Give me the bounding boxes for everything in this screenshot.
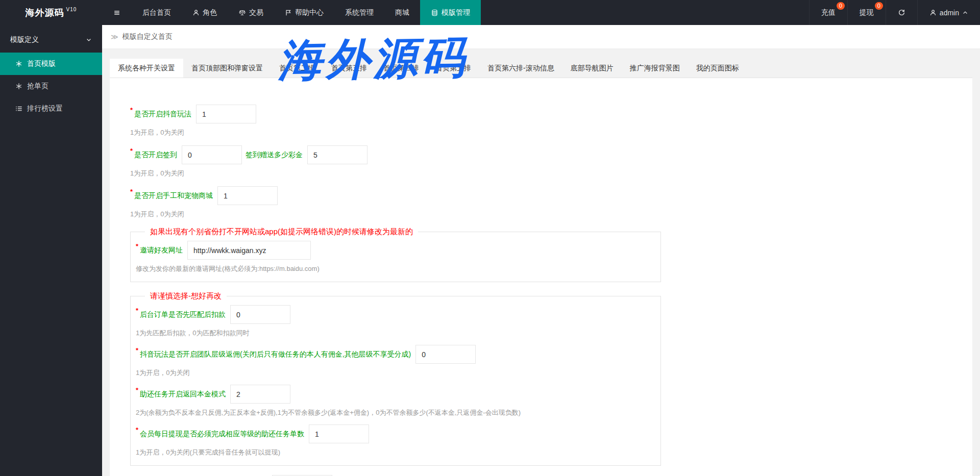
settings-form: * 是否开启抖音玩法 1为开启，0为关闭 * 是否开启签到 签到赠送多少彩金: [110, 78, 972, 476]
field-principal-mode: * 助还任务开启返回本金模式 2为(余额为负不反本金只反佣,为正反本金+反佣),…: [136, 385, 655, 417]
user-icon: [192, 9, 200, 16]
withdraw-task-input[interactable]: [309, 424, 369, 443]
required-marker: *: [136, 242, 138, 250]
tab-home-row3[interactable]: 首页第三排: [323, 59, 375, 78]
withdraw-badge: 0: [875, 2, 883, 10]
field-match-deduct: * 后台订单是否先匹配后扣款 1为先匹配后扣款，0为匹配和扣款同时: [136, 305, 655, 338]
field-hint: 1为开启，0为关闭(只要完成抖音任务就可以提现): [136, 448, 655, 457]
field-hint: 1为开启，0为关闭: [130, 169, 972, 178]
mall-switch-input[interactable]: [217, 186, 278, 205]
fieldset-legend: 如果出现有个别省份打不开网站或app(如提示网络错误)的时候请修改为最新的: [145, 227, 418, 237]
user-menu[interactable]: admin: [917, 0, 980, 25]
asterisk-icon: [15, 83, 22, 90]
field-withdraw-task: * 会员每日提现是否必须完成相应等级的助还任务单数 1为开启，0为关闭(只要完成…: [136, 424, 655, 457]
tab-bar: 系统各种开关设置 首页顶部图和弹窗设置 首页第二排 首页第三排 首页第四排 首页…: [110, 59, 972, 78]
nav-item-help-center[interactable]: 帮助中心: [274, 0, 334, 25]
field-invite-url: * 邀请好友网址 修改为发你的最新的邀请网址(格式必须为:https://m.b…: [136, 241, 655, 273]
required-marker: *: [136, 386, 138, 394]
tab-home-row4[interactable]: 首页第四排: [375, 59, 427, 78]
header-right-group: 充值 0 提现 0 admin: [809, 0, 980, 25]
tab-promo-poster-bg[interactable]: 推广海报背景图: [622, 59, 688, 78]
user-icon: [929, 9, 937, 16]
field-label: 后台订单是否先匹配后扣款: [140, 310, 226, 319]
sidebar-item-home-template[interactable]: 首页模版: [0, 53, 102, 75]
app-logo: 海外源码 V10: [0, 0, 102, 25]
invite-url-input[interactable]: [187, 241, 311, 260]
field-label: 是否开启手工和宠物商城: [134, 191, 213, 201]
app-version: V10: [66, 7, 77, 12]
signin-switch-input[interactable]: [182, 145, 242, 164]
list-icon: [15, 105, 22, 112]
flag-icon: [285, 9, 292, 16]
recharge-button[interactable]: 充值 0: [809, 0, 847, 25]
field-team-rebate: * 抖音玩法是否开启团队层级返佣(关闭后只有做任务的本人有佣金,其他层级不享受分…: [136, 345, 655, 378]
nav-item-template-mgmt[interactable]: 模版管理: [420, 0, 481, 25]
nav-item-system-mgmt[interactable]: 系统管理: [334, 0, 384, 25]
refresh-button[interactable]: [886, 0, 917, 25]
fieldset-legend: 请谨慎选择-想好再改: [145, 291, 227, 301]
field-hint: 1为先匹配后扣款，0为匹配和扣款同时: [136, 329, 655, 338]
fieldset-careful-options: 请谨慎选择-想好再改 * 后台订单是否先匹配后扣款 1为先匹配后扣款，0为匹配和…: [130, 291, 661, 466]
required-marker: *: [130, 106, 133, 114]
field-label: 抖音玩法是否开启团队层级返佣(关闭后只有做任务的本人有佣金,其他层级不享受分成): [140, 350, 411, 359]
field-hint: 1为开启，0为关闭: [130, 128, 972, 137]
sidebar: 模版定义 首页模版 抢单页 排行榜设置: [0, 25, 102, 476]
sidebar-item-grab-order-page[interactable]: 抢单页: [0, 75, 102, 97]
chevron-up-icon: [962, 10, 968, 16]
tab-my-page-icons[interactable]: 我的页面图标: [688, 59, 747, 78]
fieldset-invite-url: 如果出现有个别省份打不开网站或app(如提示网络错误)的时候请修改为最新的 * …: [130, 227, 661, 282]
sidebar-group-template-define[interactable]: 模版定义: [0, 27, 102, 53]
field-label: 助还任务开启返回本金模式: [140, 390, 226, 399]
nav-item-backend-home[interactable]: 后台首页: [132, 0, 182, 25]
hamburger-icon: [113, 9, 121, 16]
field-hint: 修改为发你的最新的邀请网址(格式必须为:https://m.baidu.com): [136, 264, 655, 273]
hamburger-button[interactable]: [102, 0, 132, 25]
layers-icon: [431, 9, 438, 16]
required-marker: *: [130, 188, 133, 195]
signin-bonus-input[interactable]: [307, 145, 368, 164]
field-label: 邀请好友网址: [140, 246, 183, 255]
match-deduct-input[interactable]: [230, 305, 290, 324]
required-marker: *: [136, 426, 138, 434]
nav-item-roles[interactable]: 角色: [182, 0, 228, 25]
required-marker: *: [136, 346, 138, 354]
sidebar-item-ranking-settings[interactable]: 排行榜设置: [0, 97, 102, 120]
required-marker: *: [136, 307, 138, 314]
tab-top-image-popup[interactable]: 首页顶部图和弹窗设置: [183, 59, 271, 78]
app-title: 海外源码: [26, 7, 64, 19]
top-header: 海外源码 V10 后台首页 角色 交易 帮助中心 系统管理 商城 模版: [0, 0, 980, 25]
field-label: 签到赠送多少彩金: [246, 151, 303, 160]
tab-home-row5[interactable]: 首页第五排: [427, 59, 479, 78]
required-marker: *: [130, 147, 133, 155]
username: admin: [940, 9, 959, 17]
scales-icon: [238, 9, 246, 16]
field-label: 是否开启签到: [134, 151, 177, 160]
field-label: 是否开启抖音玩法: [134, 110, 191, 119]
principal-mode-input[interactable]: [230, 385, 290, 404]
field-hint: 2为(余额为负不反本金只反佣,为正反本金+反佣),1为不管余额多少(返本金+佣金…: [136, 408, 655, 417]
double-chevron-icon: ≫: [111, 33, 118, 41]
field-signin-switch: * 是否开启签到 签到赠送多少彩金 1为开启，0为关闭: [130, 145, 972, 178]
nav-item-trade[interactable]: 交易: [228, 0, 274, 25]
withdraw-button[interactable]: 提现 0: [847, 0, 886, 25]
field-label: 会员每日提现是否必须完成相应等级的助还任务单数: [140, 430, 304, 439]
asterisk-icon: [15, 60, 22, 67]
douyin-switch-input[interactable]: [196, 105, 256, 123]
breadcrumb: ≫ 模版自定义首页: [102, 25, 980, 48]
tab-home-row6-scroll[interactable]: 首页第六排-滚动信息: [479, 59, 562, 78]
refresh-icon: [898, 9, 905, 16]
tab-system-switches[interactable]: 系统各种开关设置: [110, 59, 183, 78]
chevron-down-icon: [86, 37, 92, 43]
nav-item-shop[interactable]: 商城: [384, 0, 420, 25]
team-rebate-input[interactable]: [415, 345, 476, 364]
field-douyin-switch: * 是否开启抖音玩法 1为开启，0为关闭: [130, 105, 972, 137]
field-mall-switch: * 是否开启手工和宠物商城 1为开启，0为关闭: [130, 186, 972, 219]
tab-bottom-nav-images[interactable]: 底部导航图片: [562, 59, 622, 78]
field-hint: 1为开启，0为关闭: [130, 210, 972, 219]
field-hint: 1为开启，0为关闭: [136, 368, 655, 378]
breadcrumb-label: 模版自定义首页: [122, 32, 173, 41]
recharge-badge: 0: [837, 2, 845, 10]
tab-home-row2[interactable]: 首页第二排: [271, 59, 323, 78]
